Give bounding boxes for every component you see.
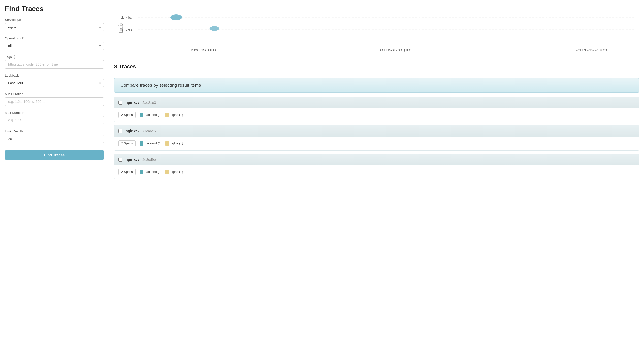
- service-color-swatch: [166, 170, 169, 174]
- compare-banner: Compare traces by selecting result items: [114, 78, 639, 93]
- lookback-label: Lookback: [5, 74, 104, 77]
- svg-text:04:40:00 pm: 04:40:00 pm: [576, 48, 607, 51]
- trace-body: 2 Spans backend (1) nginx (1): [114, 137, 639, 150]
- trace-item: nginx: / 4e3cd9b 2 Spans backend (1) ngi…: [114, 154, 639, 179]
- traces-count: 8 Traces: [109, 59, 644, 74]
- trace-header: nginx: / 4e3cd9b: [114, 154, 639, 165]
- service-tag: nginx (1): [166, 112, 183, 117]
- service-tag: backend (1): [140, 170, 162, 174]
- page-title: Find Traces: [5, 5, 104, 13]
- svg-text:01:53:20 pm: 01:53:20 pm: [380, 48, 412, 51]
- svg-text:1.4s: 1.4s: [120, 15, 132, 19]
- min-duration-label: Min Duration: [5, 92, 104, 96]
- service-tag-label: nginx (1): [170, 113, 183, 117]
- operation-label: Operation (1): [5, 36, 104, 40]
- service-tag-label: backend (1): [145, 113, 162, 117]
- limit-group: Limit Results: [5, 129, 104, 143]
- svg-text:Duration: Duration: [117, 21, 124, 33]
- trace-name: nginx: /: [125, 129, 140, 133]
- service-color-swatch: [166, 112, 169, 117]
- service-tag-label: backend (1): [145, 170, 162, 174]
- lookback-select-wrapper: Last Hour: [5, 79, 104, 87]
- trace-header: nginx: / 77ca6e6: [114, 125, 639, 137]
- service-color-swatch: [140, 112, 143, 117]
- service-tag: backend (1): [140, 141, 162, 146]
- trace-checkbox[interactable]: [118, 101, 122, 105]
- chart-svg: 1.4s 1.2s Duration 11:06:40 am 01:53:20 …: [114, 2, 639, 52]
- operation-group: Operation (1) all: [5, 36, 104, 50]
- max-duration-input[interactable]: [5, 116, 104, 124]
- limit-input[interactable]: [5, 135, 104, 143]
- svg-point-7: [170, 14, 182, 20]
- min-duration-group: Min Duration: [5, 92, 104, 106]
- trace-body: 2 Spans backend (1) nginx (1): [114, 165, 639, 179]
- tags-group: Tags ?: [5, 55, 104, 69]
- trace-checkbox[interactable]: [118, 129, 122, 133]
- service-color-swatch: [140, 141, 143, 146]
- traces-container: nginx: / 2ae21e3 2 Spans backend (1) ngi…: [109, 97, 644, 179]
- trace-id: 4e3cd9b: [142, 158, 156, 162]
- service-color-swatch: [140, 170, 143, 174]
- operation-select-wrapper: all: [5, 42, 104, 50]
- trace-body: 2 Spans backend (1) nginx (1): [114, 108, 639, 122]
- spans-badge: 2 Spans: [118, 140, 136, 146]
- service-tag: nginx (1): [166, 141, 183, 146]
- service-tag-label: nginx (1): [170, 170, 183, 174]
- min-duration-input[interactable]: [5, 97, 104, 106]
- max-duration-group: Max Duration: [5, 111, 104, 124]
- lookback-group: Lookback Last Hour: [5, 74, 104, 87]
- trace-checkbox[interactable]: [118, 158, 122, 162]
- operation-select[interactable]: all: [5, 42, 104, 50]
- service-tag-label: backend (1): [145, 141, 162, 145]
- chart-area: 1.4s 1.2s Duration 11:06:40 am 01:53:20 …: [109, 0, 644, 59]
- trace-id: 2ae21e3: [142, 101, 156, 105]
- service-select-wrapper: nginx: [5, 23, 104, 31]
- svg-text:11:06:40 am: 11:06:40 am: [184, 48, 216, 51]
- left-panel: Find Traces Service (3) nginx Operation …: [0, 0, 109, 342]
- service-color-swatch: [166, 141, 169, 146]
- spans-badge: 2 Spans: [118, 112, 136, 118]
- limit-label: Limit Results: [5, 129, 104, 133]
- max-duration-label: Max Duration: [5, 111, 104, 114]
- trace-name: nginx: /: [125, 157, 140, 162]
- service-tag: backend (1): [140, 112, 162, 117]
- trace-name: nginx: /: [125, 100, 140, 105]
- service-select[interactable]: nginx: [5, 23, 104, 31]
- find-traces-button[interactable]: Find Traces: [5, 150, 104, 160]
- tags-input[interactable]: [5, 60, 104, 69]
- lookback-select[interactable]: Last Hour: [5, 79, 104, 87]
- service-group: Service (3) nginx: [5, 18, 104, 31]
- right-panel: 1.4s 1.2s Duration 11:06:40 am 01:53:20 …: [109, 0, 644, 342]
- trace-item: nginx: / 77ca6e6 2 Spans backend (1) ngi…: [114, 125, 639, 151]
- service-tag: nginx (1): [166, 170, 183, 174]
- service-label: Service (3): [5, 18, 104, 21]
- tags-label: Tags ?: [5, 55, 104, 59]
- tags-help-icon[interactable]: ?: [13, 55, 16, 59]
- trace-id: 77ca6e6: [142, 129, 156, 133]
- trace-item: nginx: / 2ae21e3 2 Spans backend (1) ngi…: [114, 97, 639, 122]
- svg-point-8: [210, 26, 219, 31]
- spans-badge: 2 Spans: [118, 169, 136, 175]
- service-tag-label: nginx (1): [170, 141, 183, 145]
- trace-header: nginx: / 2ae21e3: [114, 97, 639, 108]
